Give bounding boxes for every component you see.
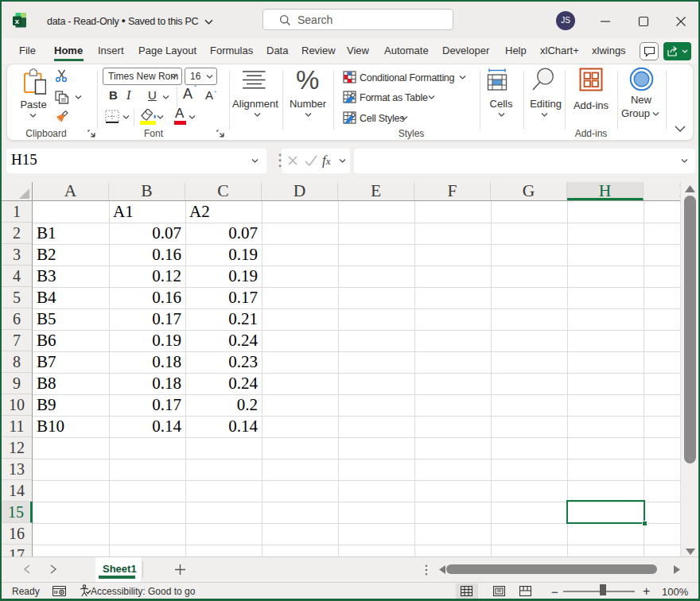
svg-text:x: x [15, 17, 20, 25]
